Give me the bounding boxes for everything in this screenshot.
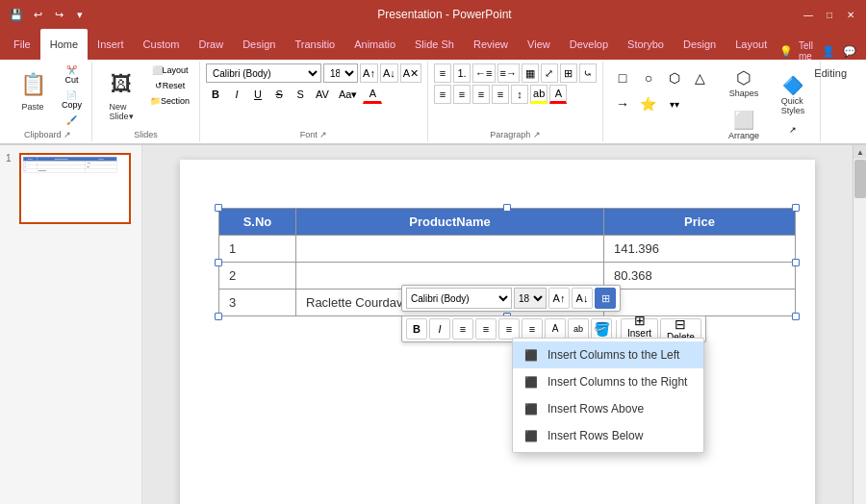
share-btn[interactable]: 👤	[820, 42, 837, 60]
tell-me-btn[interactable]: Tell me	[799, 42, 816, 60]
slide-canvas[interactable]: S.No ProductName Price 1 141.396 2	[180, 160, 815, 504]
td-3-price[interactable]	[604, 290, 796, 316]
scrollbar-thumb[interactable]	[854, 160, 866, 198]
float-align-right-btn[interactable]: ≡	[498, 318, 520, 340]
font-color2-btn[interactable]: A	[549, 85, 567, 104]
decrease-font-btn[interactable]: A↓	[380, 63, 398, 83]
insert-btn[interactable]: ⊞ Insert ▾	[621, 318, 658, 340]
tab-animation[interactable]: Animatio	[344, 29, 405, 60]
tab-storyboard[interactable]: Storybo	[618, 29, 674, 60]
layout-btn[interactable]: ⬜Layout	[146, 63, 193, 77]
maximize-btn[interactable]: □	[822, 7, 837, 22]
float-justify-btn[interactable]: ≡	[522, 318, 543, 340]
table-row[interactable]: 1 141.396	[219, 236, 796, 263]
clear-format-btn[interactable]: A✕	[400, 63, 421, 83]
td-2-price[interactable]: 80.368	[604, 263, 796, 290]
tab-home[interactable]: Home	[40, 29, 88, 60]
tab-transition[interactable]: Transitio	[285, 29, 344, 60]
td-2-sno[interactable]: 2	[219, 263, 296, 290]
tab-custom[interactable]: Custom	[134, 29, 190, 60]
handle-bl[interactable]	[215, 313, 222, 320]
quick-styles-btn[interactable]: 🔷 QuickStyles	[772, 71, 814, 119]
td-1-product[interactable]	[296, 236, 604, 263]
float-decrease-font[interactable]: A↓	[572, 288, 593, 309]
shape-more[interactable]: ▾▾	[661, 91, 688, 116]
handle-tm[interactable]	[503, 204, 511, 212]
slide-item-1[interactable]: 1 S.NoProductNamePrice 1141 280 3Raclett…	[4, 149, 138, 228]
scroll-up-btn[interactable]: ▲	[853, 145, 866, 159]
tab-file[interactable]: File	[4, 29, 40, 60]
align-center-btn[interactable]: ≡	[453, 85, 471, 104]
float-italic-btn[interactable]: I	[429, 318, 450, 340]
increase-font-btn[interactable]: A↑	[360, 63, 378, 83]
copy-btn[interactable]: 📄 Copy	[58, 88, 86, 112]
float-increase-font[interactable]: A↑	[548, 288, 570, 309]
shape-5[interactable]: →	[609, 91, 636, 116]
shape-4[interactable]: △	[687, 65, 714, 90]
increase-indent-btn[interactable]: ≡→	[497, 63, 520, 83]
shape-2[interactable]: ○	[635, 65, 662, 90]
tab-draw[interactable]: Draw	[190, 29, 234, 60]
align-text-btn[interactable]: ⊞	[560, 63, 577, 83]
new-slide-btn[interactable]: 🖼 NewSlide▾	[98, 63, 144, 125]
undo-btn[interactable]: ↩	[29, 6, 46, 23]
scrollbar-track[interactable]	[853, 159, 866, 504]
more-btn[interactable]: ▾	[71, 6, 89, 23]
handle-ml[interactable]	[215, 259, 222, 266]
numbering-btn[interactable]: 1.	[453, 63, 471, 83]
save-btn[interactable]: 💾	[8, 6, 25, 23]
float-size-select[interactable]: 18	[514, 288, 547, 309]
menu-insert-cols-right[interactable]: ⬛ Insert Columns to the Right	[513, 368, 703, 395]
italic-btn[interactable]: I	[227, 85, 246, 104]
underline-btn[interactable]: U	[248, 85, 267, 104]
arrange-btn[interactable]: ⬜ Arrange	[720, 106, 768, 144]
bold-btn[interactable]: B	[206, 85, 225, 104]
font-color-btn[interactable]: A	[363, 85, 382, 104]
float-bg-color-btn[interactable]: 🪣	[591, 318, 612, 340]
align-left-btn[interactable]: ≡	[434, 85, 451, 104]
decrease-indent-btn[interactable]: ←≡	[472, 63, 495, 83]
handle-br[interactable]	[792, 313, 800, 320]
float-font-color-btn[interactable]: A	[545, 318, 566, 340]
line-spacing-btn[interactable]: ↕	[511, 85, 528, 104]
format-painter-btn[interactable]: 🖌️	[58, 113, 86, 127]
align-right-btn[interactable]: ≡	[472, 85, 490, 104]
drawing-expand-btn[interactable]: ↗	[772, 123, 814, 137]
td-3-sno[interactable]: 3	[219, 290, 296, 316]
lightbulb-btn[interactable]: 💡	[777, 42, 795, 60]
strikethrough-btn[interactable]: S	[269, 85, 289, 104]
tab-design2[interactable]: Design	[674, 29, 726, 60]
font-family-select[interactable]: Calibri (Body)	[206, 63, 321, 83]
char-spacing-btn[interactable]: AV	[312, 85, 333, 104]
reset-btn[interactable]: ↺Reset	[146, 79, 193, 92]
font-case-btn[interactable]: Aa▾	[335, 85, 361, 104]
float-highlight-btn[interactable]: ab	[568, 318, 589, 340]
justify-btn[interactable]: ≡	[492, 85, 509, 104]
handle-tl[interactable]	[215, 204, 222, 212]
float-bold-btn[interactable]: B	[406, 318, 427, 340]
menu-insert-rows-below[interactable]: ⬛ Insert Rows Below	[513, 422, 703, 449]
minimize-btn[interactable]: —	[801, 7, 816, 22]
tab-layout[interactable]: Layout	[726, 29, 777, 60]
slide-thumbnail-1[interactable]: S.NoProductNamePrice 1141 280 3Raclette	[19, 153, 131, 224]
tab-develop[interactable]: Develop	[560, 29, 618, 60]
handle-mr[interactable]	[792, 259, 800, 266]
float-font-select[interactable]: Calibri (Body)	[406, 288, 512, 309]
redo-btn[interactable]: ↪	[50, 6, 67, 23]
tab-slideshow[interactable]: Slide Sh	[405, 29, 464, 60]
td-1-price[interactable]: 141.396	[604, 236, 796, 263]
menu-insert-cols-left[interactable]: ⬛ Insert Columns to the Left	[513, 341, 703, 368]
float-align-center-btn[interactable]: ≡	[475, 318, 497, 340]
float-align-left-btn[interactable]: ≡	[452, 318, 473, 340]
text-direction-btn[interactable]: ⤢	[541, 63, 558, 83]
section-btn[interactable]: 📁Section	[146, 94, 193, 108]
columns-btn[interactable]: ▦	[522, 63, 539, 83]
tab-view[interactable]: View	[518, 29, 560, 60]
shapes-dropdown-btn[interactable]: ⬡ Shapes	[720, 63, 768, 102]
shadow-btn[interactable]: S	[291, 85, 310, 104]
bullets-btn[interactable]: ≡	[434, 63, 451, 83]
comments-btn[interactable]: 💬	[841, 42, 858, 60]
tab-insert[interactable]: Insert	[88, 29, 134, 60]
menu-insert-rows-above[interactable]: ⬛ Insert Rows Above	[513, 395, 703, 422]
delete-btn[interactable]: ⊟ Delete	[660, 318, 701, 340]
